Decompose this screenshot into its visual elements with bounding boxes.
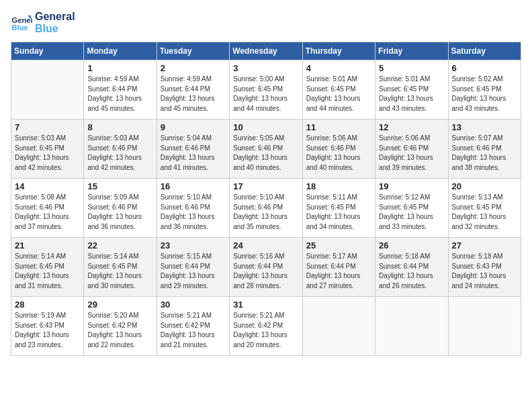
day-number: 10 [233, 122, 298, 132]
day-info: Sunrise: 5:18 AM Sunset: 6:44 PM Dayligh… [379, 252, 444, 291]
weekday-header: Wednesday [230, 42, 302, 60]
day-number: 3 [233, 63, 298, 73]
day-number: 31 [233, 300, 298, 310]
calendar-cell: 29Sunrise: 5:20 AM Sunset: 6:42 PM Dayli… [84, 297, 157, 356]
day-number: 26 [379, 240, 444, 250]
day-info: Sunrise: 5:12 AM Sunset: 6:45 PM Dayligh… [379, 193, 444, 232]
calendar-cell: 23Sunrise: 5:15 AM Sunset: 6:44 PM Dayli… [157, 238, 229, 297]
weekday-header: Saturday [448, 42, 521, 60]
day-info: Sunrise: 5:20 AM Sunset: 6:42 PM Dayligh… [87, 311, 152, 350]
day-info: Sunrise: 5:10 AM Sunset: 6:46 PM Dayligh… [161, 193, 226, 232]
calendar-cell: 11Sunrise: 5:06 AM Sunset: 6:46 PM Dayli… [302, 120, 375, 179]
day-info: Sunrise: 5:00 AM Sunset: 6:45 PM Dayligh… [233, 75, 298, 113]
calendar-cell: 9Sunrise: 5:04 AM Sunset: 6:46 PM Daylig… [157, 120, 229, 179]
day-info: Sunrise: 5:05 AM Sunset: 6:46 PM Dayligh… [233, 134, 298, 173]
calendar-cell: 12Sunrise: 5:06 AM Sunset: 6:46 PM Dayli… [375, 120, 448, 179]
weekday-header: Monday [84, 42, 157, 60]
calendar-cell: 1Sunrise: 4:59 AM Sunset: 6:44 PM Daylig… [84, 60, 157, 120]
calendar-cell: 16Sunrise: 5:10 AM Sunset: 6:46 PM Dayli… [157, 179, 229, 238]
day-number: 21 [15, 240, 80, 250]
day-info: Sunrise: 5:21 AM Sunset: 6:42 PM Dayligh… [233, 311, 298, 350]
calendar-cell: 15Sunrise: 5:09 AM Sunset: 6:46 PM Dayli… [84, 179, 157, 238]
day-info: Sunrise: 5:14 AM Sunset: 6:45 PM Dayligh… [15, 252, 80, 291]
day-info: Sunrise: 5:08 AM Sunset: 6:46 PM Dayligh… [15, 193, 80, 232]
day-number: 20 [452, 181, 517, 191]
calendar-cell: 10Sunrise: 5:05 AM Sunset: 6:46 PM Dayli… [230, 120, 302, 179]
day-number: 15 [87, 181, 152, 191]
day-number: 17 [233, 181, 298, 191]
calendar-cell: 21Sunrise: 5:14 AM Sunset: 6:45 PM Dayli… [11, 238, 84, 297]
day-number: 22 [87, 240, 152, 250]
calendar-cell: 4Sunrise: 5:01 AM Sunset: 6:45 PM Daylig… [302, 60, 375, 120]
day-info: Sunrise: 5:06 AM Sunset: 6:46 PM Dayligh… [379, 134, 444, 173]
day-info: Sunrise: 4:59 AM Sunset: 6:44 PM Dayligh… [161, 75, 226, 113]
day-info: Sunrise: 5:21 AM Sunset: 6:42 PM Dayligh… [161, 311, 226, 350]
day-number: 24 [233, 240, 298, 250]
day-number: 28 [15, 300, 80, 310]
calendar-cell: 13Sunrise: 5:07 AM Sunset: 6:46 PM Dayli… [448, 120, 521, 179]
svg-text:Blue: Blue [12, 24, 28, 32]
day-info: Sunrise: 5:13 AM Sunset: 6:45 PM Dayligh… [452, 193, 517, 232]
calendar-cell: 31Sunrise: 5:21 AM Sunset: 6:42 PM Dayli… [230, 297, 302, 356]
calendar-cell [448, 297, 521, 356]
calendar-cell: 26Sunrise: 5:18 AM Sunset: 6:44 PM Dayli… [375, 238, 448, 297]
day-number: 30 [161, 300, 226, 310]
calendar-cell: 28Sunrise: 5:19 AM Sunset: 6:43 PM Dayli… [11, 297, 84, 356]
day-number: 25 [306, 240, 371, 250]
day-info: Sunrise: 5:06 AM Sunset: 6:46 PM Dayligh… [306, 134, 371, 173]
logo-text-general: General [35, 11, 75, 23]
day-number: 7 [15, 122, 80, 132]
weekday-header: Thursday [302, 42, 375, 60]
day-number: 4 [306, 63, 371, 73]
calendar-header: SundayMondayTuesdayWednesdayThursdayFrid… [11, 42, 521, 60]
calendar-cell: 17Sunrise: 5:10 AM Sunset: 6:46 PM Dayli… [230, 179, 302, 238]
day-info: Sunrise: 5:09 AM Sunset: 6:46 PM Dayligh… [87, 193, 152, 232]
day-info: Sunrise: 5:16 AM Sunset: 6:44 PM Dayligh… [233, 252, 298, 291]
calendar-cell: 5Sunrise: 5:01 AM Sunset: 6:45 PM Daylig… [375, 60, 448, 120]
calendar-cell [11, 60, 84, 120]
calendar-cell [302, 297, 375, 356]
day-info: Sunrise: 5:01 AM Sunset: 6:45 PM Dayligh… [379, 75, 444, 113]
day-number: 5 [379, 63, 444, 73]
day-number: 11 [306, 122, 371, 132]
day-info: Sunrise: 5:01 AM Sunset: 6:45 PM Dayligh… [306, 75, 371, 113]
logo-text-blue: Blue [35, 23, 75, 35]
weekday-header: Tuesday [157, 42, 229, 60]
calendar-cell: 2Sunrise: 4:59 AM Sunset: 6:44 PM Daylig… [157, 60, 229, 120]
day-number: 9 [161, 122, 226, 132]
calendar-cell: 8Sunrise: 5:03 AM Sunset: 6:46 PM Daylig… [84, 120, 157, 179]
calendar-cell: 6Sunrise: 5:02 AM Sunset: 6:45 PM Daylig… [448, 60, 521, 120]
calendar-cell: 14Sunrise: 5:08 AM Sunset: 6:46 PM Dayli… [11, 179, 84, 238]
day-info: Sunrise: 5:17 AM Sunset: 6:44 PM Dayligh… [306, 252, 371, 291]
day-info: Sunrise: 5:10 AM Sunset: 6:46 PM Dayligh… [233, 193, 298, 232]
weekday-header: Sunday [11, 42, 84, 60]
calendar-cell: 27Sunrise: 5:18 AM Sunset: 6:43 PM Dayli… [448, 238, 521, 297]
day-number: 18 [306, 181, 371, 191]
calendar-cell: 19Sunrise: 5:12 AM Sunset: 6:45 PM Dayli… [375, 179, 448, 238]
day-number: 16 [161, 181, 226, 191]
day-info: Sunrise: 5:15 AM Sunset: 6:44 PM Dayligh… [161, 252, 226, 291]
header: General Blue General Blue [11, 11, 521, 35]
calendar-cell: 3Sunrise: 5:00 AM Sunset: 6:45 PM Daylig… [230, 60, 302, 120]
day-number: 6 [452, 63, 517, 73]
day-info: Sunrise: 5:11 AM Sunset: 6:45 PM Dayligh… [306, 193, 371, 232]
day-info: Sunrise: 5:03 AM Sunset: 6:45 PM Dayligh… [15, 134, 80, 173]
day-number: 2 [161, 63, 226, 73]
day-info: Sunrise: 5:03 AM Sunset: 6:46 PM Dayligh… [87, 134, 152, 173]
day-info: Sunrise: 5:04 AM Sunset: 6:46 PM Dayligh… [161, 134, 226, 173]
day-number: 29 [87, 300, 152, 310]
calendar-cell: 25Sunrise: 5:17 AM Sunset: 6:44 PM Dayli… [302, 238, 375, 297]
weekday-header: Friday [375, 42, 448, 60]
day-number: 13 [452, 122, 517, 132]
day-number: 8 [87, 122, 152, 132]
calendar-cell [375, 297, 448, 356]
day-info: Sunrise: 5:14 AM Sunset: 6:45 PM Dayligh… [87, 252, 152, 291]
day-number: 12 [379, 122, 444, 132]
day-number: 23 [161, 240, 226, 250]
calendar-cell: 20Sunrise: 5:13 AM Sunset: 6:45 PM Dayli… [448, 179, 521, 238]
day-info: Sunrise: 5:19 AM Sunset: 6:43 PM Dayligh… [15, 311, 80, 350]
calendar-cell: 18Sunrise: 5:11 AM Sunset: 6:45 PM Dayli… [302, 179, 375, 238]
day-info: Sunrise: 5:18 AM Sunset: 6:43 PM Dayligh… [452, 252, 517, 291]
day-number: 1 [87, 63, 152, 73]
calendar-cell: 24Sunrise: 5:16 AM Sunset: 6:44 PM Dayli… [230, 238, 302, 297]
